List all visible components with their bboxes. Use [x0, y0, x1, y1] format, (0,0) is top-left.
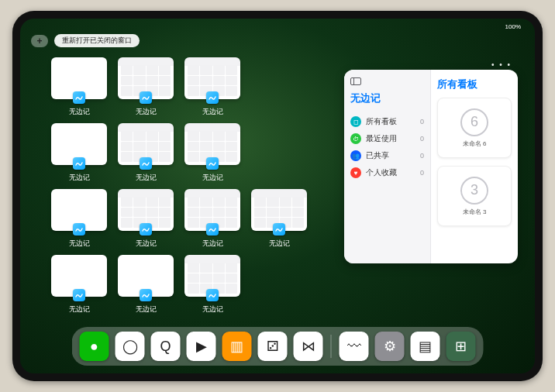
- freeform-panel: 无边记 ◻所有看板0⏱最近使用0👥已共享0♥个人收藏0 所有看板 6未命名 63…: [344, 70, 518, 263]
- app-window-card[interactable]: 无边记: [51, 189, 107, 249]
- sidebar-item-count: 0: [420, 169, 424, 177]
- freeform-app-icon: [73, 157, 85, 170]
- ipad-frame: 100% + 重新打开已关闭的窗口 无边记无边记无边记无边记无边记无边记无边记无…: [12, 11, 543, 381]
- app-window-card[interactable]: 无边记: [184, 57, 240, 117]
- sidebar-item-count: 0: [420, 118, 424, 126]
- dock-connect-icon[interactable]: ⋈: [294, 332, 323, 361]
- app-switcher-grid: 无边记无边记无边记无边记无边记无边记无边记无边记无边记无边记无边记无边记无边记: [51, 57, 315, 315]
- app-window-card[interactable]: 无边记: [251, 189, 307, 249]
- app-window-card[interactable]: 无边记: [184, 189, 240, 249]
- app-window-label: 无边记: [69, 239, 90, 249]
- dock-dice-icon[interactable]: ⚂: [258, 332, 288, 361]
- freeform-app-icon: [73, 91, 85, 104]
- window-thumbnail[interactable]: [118, 123, 174, 165]
- new-window-button[interactable]: +: [31, 35, 48, 47]
- sidebar-toggle-icon[interactable]: [350, 77, 361, 85]
- screen: 100% + 重新打开已关闭的窗口 无边记无边记无边记无边记无边记无边记无边记无…: [20, 19, 535, 373]
- window-thumbnail[interactable]: [184, 189, 240, 231]
- app-window-card[interactable]: 无边记: [51, 123, 107, 183]
- app-window-card[interactable]: 无边记: [118, 189, 174, 249]
- window-thumbnail[interactable]: [51, 57, 107, 99]
- board-thumbnail: 3: [460, 177, 488, 205]
- freeform-app-icon: [140, 223, 152, 236]
- board-caption: 未命名 3: [463, 208, 487, 216]
- app-window-card[interactable]: 无边记: [51, 57, 107, 117]
- window-thumbnail[interactable]: [51, 189, 107, 231]
- freeform-app-icon: [140, 289, 152, 301]
- top-bar: + 重新打开已关闭的窗口: [31, 34, 140, 47]
- freeform-app-icon: [140, 157, 152, 170]
- app-window-label: 无边记: [136, 107, 157, 117]
- window-thumbnail[interactable]: [118, 255, 174, 297]
- freeform-app-icon: [73, 223, 85, 236]
- board-caption: 未命名 6: [463, 139, 487, 148]
- panel-left-title: 无边记: [350, 91, 424, 105]
- sidebar-item-count: 0: [420, 152, 424, 160]
- dock-freeform-icon[interactable]: 〰: [340, 332, 369, 361]
- sidebar-item-label: 个人收藏: [366, 167, 420, 178]
- window-thumbnail[interactable]: [51, 123, 107, 165]
- sidebar-item[interactable]: ◻所有看板0: [350, 113, 424, 130]
- panel-sidebar: 无边记 ◻所有看板0⏱最近使用0👥已共享0♥个人收藏0: [344, 70, 431, 263]
- freeform-app-icon: [206, 289, 219, 301]
- app-window-label: 无边记: [136, 173, 157, 183]
- window-thumbnail[interactable]: [118, 57, 174, 99]
- panel-content: 所有看板 6未命名 63未命名 3: [431, 70, 518, 263]
- app-window-card[interactable]: 无边记: [51, 255, 107, 315]
- board-card[interactable]: 3未命名 3: [437, 166, 512, 226]
- sidebar-item-count: 0: [420, 135, 424, 143]
- sidebar-item[interactable]: ♥个人收藏0: [350, 164, 424, 181]
- window-thumbnail[interactable]: [118, 189, 174, 231]
- app-window-label: 无边记: [69, 173, 90, 183]
- window-thumbnail[interactable]: [184, 123, 240, 165]
- sidebar-item-icon: ⏱: [350, 133, 361, 144]
- dock-quark-icon[interactable]: ◯: [115, 332, 145, 361]
- dock-books-icon[interactable]: ▥: [222, 332, 252, 361]
- sidebar-item[interactable]: ⏱最近使用0: [350, 130, 424, 147]
- sidebar-item-icon: ♥: [350, 167, 361, 178]
- freeform-app-icon: [206, 91, 219, 104]
- panel-more-icon[interactable]: • • •: [491, 60, 512, 69]
- window-thumbnail[interactable]: [184, 255, 240, 297]
- board-card[interactable]: 6未命名 6: [437, 98, 512, 158]
- sidebar-item-icon: 👥: [350, 150, 361, 161]
- app-window-label: 无边记: [269, 239, 290, 249]
- window-thumbnail[interactable]: [51, 255, 107, 297]
- freeform-app-icon: [140, 91, 152, 104]
- dock-wechat-icon[interactable]: ●: [80, 332, 109, 361]
- app-window-label: 无边记: [202, 173, 223, 183]
- dock-app-library-icon[interactable]: ⊞: [446, 332, 476, 361]
- app-window-label: 无边记: [136, 304, 157, 315]
- freeform-app-icon: [273, 223, 285, 236]
- window-thumbnail[interactable]: [184, 57, 240, 99]
- dock-separator: [331, 335, 332, 358]
- freeform-app-icon: [206, 223, 219, 236]
- dock-notes-icon[interactable]: ▤: [411, 332, 440, 361]
- panel-right-title: 所有看板: [437, 77, 512, 91]
- dock-settings-icon[interactable]: ⚙: [375, 332, 405, 361]
- app-window-label: 无边记: [202, 239, 223, 249]
- app-window-card[interactable]: 无边记: [184, 123, 240, 183]
- app-window-label: 无边记: [69, 304, 90, 315]
- app-window-label: 无边记: [202, 304, 223, 315]
- dock: ●◯Q▶▥⚂⋈〰⚙▤⊞: [72, 327, 484, 366]
- sidebar-item-label: 所有看板: [366, 116, 420, 127]
- status-right: 100%: [505, 23, 521, 34]
- app-window-card[interactable]: 无边记: [184, 255, 240, 315]
- app-window-label: 无边记: [202, 107, 223, 117]
- app-window-card[interactable]: 无边记: [118, 123, 174, 183]
- reopen-window-pill[interactable]: 重新打开已关闭的窗口: [54, 34, 140, 47]
- board-thumbnail: 6: [460, 108, 488, 136]
- sidebar-item[interactable]: 👥已共享0: [350, 147, 424, 164]
- freeform-app-icon: [206, 157, 219, 170]
- sidebar-item-label: 已共享: [366, 150, 420, 161]
- dock-qqbrowser-icon[interactable]: Q: [151, 332, 181, 361]
- app-window-card[interactable]: 无边记: [118, 57, 174, 117]
- app-window-card[interactable]: 无边记: [118, 255, 174, 315]
- sidebar-item-label: 最近使用: [366, 133, 420, 144]
- app-window-label: 无边记: [136, 239, 157, 249]
- window-thumbnail[interactable]: [251, 189, 307, 231]
- dock-play-icon[interactable]: ▶: [187, 332, 216, 361]
- sidebar-item-icon: ◻: [350, 116, 361, 127]
- freeform-app-icon: [73, 289, 85, 301]
